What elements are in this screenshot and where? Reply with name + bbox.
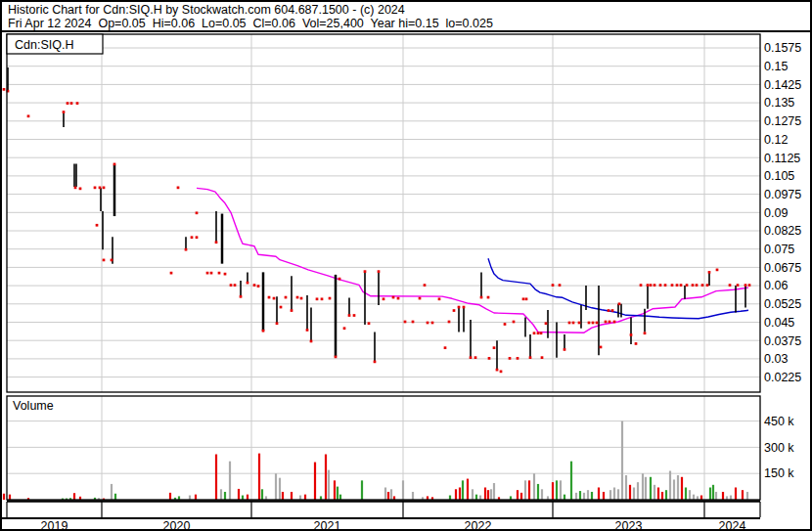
header-line-1: Historic Chart for Cdn:SIQ.H by Stockwat… [8,3,808,17]
stockwatch-chart-window: Historic Chart for Cdn:SIQ.H by Stockwat… [0,0,812,531]
price-tick-label: 0.03 [764,352,788,366]
year-label: 2022 [465,519,492,531]
moving-average-lines [197,188,748,332]
price-tick-label: 0.0525 [764,297,801,311]
volume-tick-label: 300 k [764,441,794,455]
price-tick-label: 0.0825 [764,224,801,238]
volume-label: Volume [13,399,54,413]
price-tick-label: 0.09 [764,206,788,220]
price-tick-label: 0.12 [764,133,788,147]
price-tick-label: 0.1275 [764,114,801,128]
price-tick-label: 0.135 [764,96,794,110]
header-line-2: Fri Apr 12 2024 Op=0.05 Hi=0.06 Lo=0.05 … [8,17,808,30]
year-label: 2023 [615,519,643,531]
price-tick-label: 0.075 [764,243,794,256]
symbol-label: Cdn:SIQ.H [15,38,73,52]
price-tick-label: 0.0375 [764,334,801,348]
price-tick-label: 0.1125 [764,152,800,165]
volume-tick-label: 450 k [764,415,794,428]
price-tick-label: 0.0225 [764,371,801,384]
chart-header: Historic Chart for Cdn:SIQ.H by Stockwat… [8,3,808,29]
year-label: 2024 [719,519,746,531]
price-tick-label: 0.0975 [764,188,801,201]
volume-tick-label: 150 k [764,466,794,480]
gridlines [7,34,760,500]
year-label: 2019 [41,519,68,531]
price-bars [8,67,745,370]
price-tick-label: 0.1425 [764,78,801,92]
year-label: 2020 [163,519,191,531]
price-tick-label: 0.105 [764,169,794,183]
price-tick-label: 0.1575 [764,41,801,55]
year-label: 2021 [314,519,341,531]
volume-bars [3,421,748,500]
price-tick-label: 0.06 [764,279,788,292]
price-tick-label: 0.0675 [764,261,801,275]
price-tick-label: 0.15 [764,60,788,73]
panel-borders [2,34,760,518]
price-tick-label: 0.045 [764,316,794,330]
chart-svg: 0.15750.150.14250.1350.12750.120.11250.1… [2,32,812,531]
